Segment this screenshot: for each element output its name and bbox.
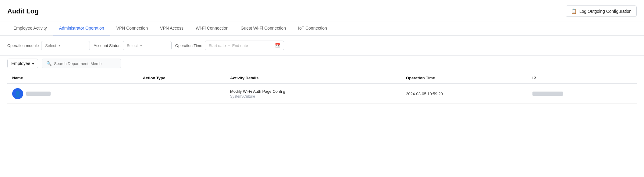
- search-icon: 🔍: [46, 61, 52, 66]
- account-status-value: Select: [127, 43, 138, 48]
- employee-label: Employee: [11, 61, 30, 66]
- tab-employee-activity[interactable]: Employee Activity: [7, 21, 53, 35]
- name-cell: 👤: [12, 88, 133, 99]
- log-outgoing-icon: 📋: [571, 8, 577, 14]
- tab-administrator-operation[interactable]: Administrator Operation: [53, 21, 110, 35]
- operation-module-value: Select: [45, 43, 56, 48]
- action-sub: System/Culture: [230, 94, 396, 99]
- employee-chevron-icon: ▾: [32, 61, 34, 66]
- ip-blur: [532, 92, 563, 96]
- cell-name: 👤: [7, 84, 138, 104]
- tab-wifi-connection[interactable]: Wi-Fi Connection: [190, 21, 234, 35]
- action-main: Modify Wi-Fi Auth Page Confi g: [230, 89, 396, 94]
- log-outgoing-label: Log Outgoing Configuration: [579, 9, 632, 14]
- tab-guest-wifi-connection[interactable]: Guest Wi-Fi Connection: [234, 21, 292, 35]
- operation-module-filter: Operation module Select ▾: [7, 41, 90, 50]
- account-status-chevron-icon: ▾: [140, 44, 142, 48]
- operation-module-select[interactable]: Select ▾: [41, 41, 90, 50]
- date-separator: -: [228, 43, 230, 48]
- account-status-filter: Account Status Select ▾: [94, 41, 171, 50]
- cell-operation-time: 2024-03-05 10:59:29: [401, 84, 528, 104]
- col-header-operation-time: Operation Time: [401, 72, 528, 84]
- account-status-label: Account Status: [94, 43, 120, 48]
- table-header-row: Name Action Type Activity Details Operat…: [7, 72, 637, 84]
- table-row: 👤 Modify Wi-Fi Auth Page Confi g System/…: [7, 84, 637, 104]
- cell-activity-details: Modify Wi-Fi Auth Page Confi g System/Cu…: [225, 84, 401, 104]
- cell-ip: [528, 84, 637, 104]
- avatar-icon: 👤: [14, 90, 21, 97]
- employee-dropdown[interactable]: Employee ▾: [7, 59, 38, 68]
- name-blur: [26, 92, 51, 96]
- search-input-wrapper: 🔍: [42, 59, 121, 68]
- operation-time-range[interactable]: Start date - End date 📅: [205, 41, 284, 50]
- search-bar: Employee ▾ 🔍: [0, 56, 644, 72]
- col-header-activity-details: Activity Details: [225, 72, 401, 84]
- operation-time-label: Operation Time: [175, 43, 202, 48]
- operation-module-label: Operation module: [7, 43, 39, 48]
- audit-log-table: Name Action Type Activity Details Operat…: [7, 72, 637, 104]
- operation-module-chevron-icon: ▾: [59, 44, 60, 48]
- cell-action-type: [138, 84, 225, 104]
- start-date-placeholder: Start date: [209, 43, 226, 48]
- tab-vpn-access[interactable]: VPN Access: [154, 21, 190, 35]
- page-header: Audit Log 📋 Log Outgoing Configuration: [0, 0, 644, 21]
- action-details: Modify Wi-Fi Auth Page Confi g System/Cu…: [230, 89, 396, 99]
- tab-iot-connection[interactable]: IoT Connection: [292, 21, 333, 35]
- end-date-placeholder: End date: [232, 43, 248, 48]
- log-outgoing-button[interactable]: 📋 Log Outgoing Configuration: [566, 5, 637, 17]
- avatar: 👤: [12, 88, 23, 99]
- tab-vpn-connection[interactable]: VPN Connection: [110, 21, 154, 35]
- search-input[interactable]: [54, 61, 115, 66]
- filters-bar: Operation module Select ▾ Account Status…: [0, 36, 644, 56]
- col-header-action-type: Action Type: [138, 72, 225, 84]
- col-header-ip: IP: [528, 72, 637, 84]
- col-header-name: Name: [7, 72, 138, 84]
- page-title: Audit Log: [7, 7, 39, 15]
- calendar-icon: 📅: [275, 43, 280, 48]
- operation-time-filter: Operation Time Start date - End date 📅: [175, 41, 284, 50]
- table-container: Name Action Type Activity Details Operat…: [0, 72, 644, 104]
- account-status-select[interactable]: Select ▾: [123, 41, 172, 50]
- tabs-bar: Employee Activity Administrator Operatio…: [0, 21, 644, 36]
